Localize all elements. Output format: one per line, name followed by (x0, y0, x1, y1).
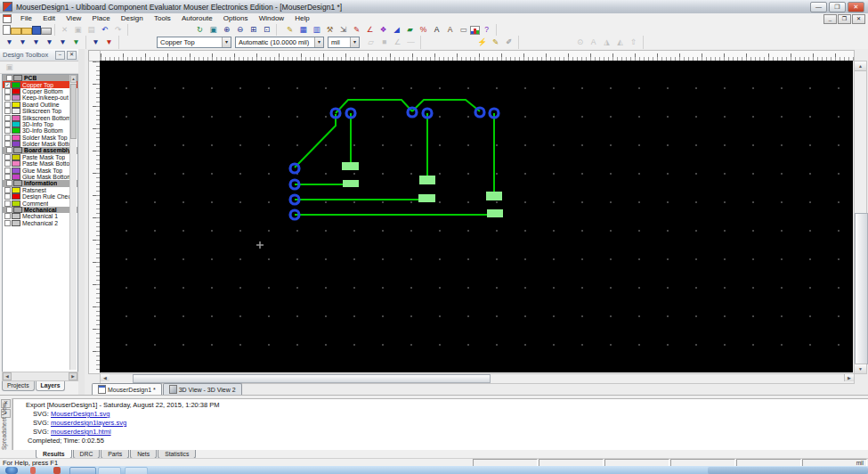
chevron-down-icon[interactable]: ▾ (314, 37, 323, 47)
layer-checkbox[interactable] (4, 220, 11, 226)
lock-icon[interactable]: ⇧ (628, 37, 639, 47)
unit-select[interactable]: mil ▾ (328, 37, 360, 48)
panel-close-button[interactable]: ✕ (67, 51, 77, 60)
linestyle-dropdown-icon[interactable]: — (405, 37, 417, 47)
layer-checkbox[interactable] (4, 121, 11, 127)
taskbar-icon[interactable] (53, 467, 61, 474)
layer-row[interactable]: PCB (3, 75, 77, 81)
layer-row[interactable]: Copper Bottom (3, 88, 77, 94)
layer-row[interactable]: Paste Mask Bottom (3, 160, 77, 167)
wizard-icon[interactable]: ✎ (284, 25, 296, 35)
layer-checkbox[interactable] (4, 94, 11, 101)
scroll-down-icon[interactable]: ▼ (855, 364, 866, 373)
menu-window[interactable]: Window (255, 14, 288, 22)
panel-minimize-button[interactable]: − (55, 51, 65, 60)
layer-row[interactable]: Board assembly (3, 147, 77, 153)
net-shield-icon[interactable]: ✐ (503, 37, 515, 47)
document-icon[interactable] (3, 14, 12, 23)
cut-icon[interactable]: ✕ (59, 25, 70, 35)
layer-row[interactable]: Solder Mask Top (3, 135, 77, 141)
open-project-icon[interactable] (21, 28, 32, 35)
layer-checkbox[interactable] (4, 154, 11, 160)
paste-icon[interactable]: ▤ (85, 25, 97, 35)
menu-place[interactable]: Place (88, 14, 115, 22)
help-icon[interactable]: ? (481, 25, 492, 35)
menu-help[interactable]: Help (290, 14, 313, 22)
filter-attributes-icon[interactable]: ▼ (90, 37, 101, 47)
percent-tool-icon[interactable]: % (418, 25, 429, 35)
layer-settings-icon[interactable]: ▣ (4, 62, 15, 72)
layer-checkbox[interactable] (4, 135, 11, 141)
layer-checkbox[interactable] (4, 127, 11, 134)
rotate-ccw-icon[interactable]: ◭ (614, 37, 626, 47)
layer-checkbox[interactable] (4, 200, 11, 207)
filter-pads-icon[interactable]: ▼ (44, 37, 55, 47)
taskbar-item[interactable] (125, 467, 148, 474)
undo-icon[interactable]: ↶ (99, 25, 110, 35)
refresh-icon[interactable]: ↻ (194, 25, 206, 35)
zoom-full-icon[interactable]: ⊡ (261, 25, 272, 35)
attribute-tool-icon[interactable]: A (444, 25, 456, 35)
tab-mouserdesign1[interactable]: MouserDesign1 * (92, 383, 162, 395)
net-highlight-icon[interactable]: ⚡ (476, 37, 488, 47)
pcb-canvas[interactable] (100, 61, 853, 372)
zoom-window-icon[interactable]: ⊞ (247, 25, 259, 35)
scroll-up-icon[interactable]: ▲ (855, 61, 866, 71)
layer-row[interactable]: 3D-Info Bottom (3, 127, 77, 134)
html-export-link[interactable]: mouserdesign1.html (51, 428, 111, 436)
tab-3d-view[interactable]: 3D View - 3D View 2 (163, 383, 242, 395)
restore-button[interactable]: ❐ (829, 2, 846, 12)
rectangle-tool-icon[interactable]: ▭ (458, 25, 469, 35)
taskbar-icon[interactable] (30, 467, 36, 474)
scroll-right-icon[interactable]: ▶ (69, 372, 77, 380)
menu-view[interactable]: View (61, 14, 85, 22)
layer-checkbox[interactable] (4, 115, 11, 121)
scrollbar-thumb[interactable] (133, 374, 491, 383)
text-tool-icon[interactable]: A (431, 25, 442, 35)
layer-row[interactable]: 3D-Info Top (3, 121, 77, 127)
layer-row[interactable]: Glue Mask Bottom (3, 174, 77, 180)
tree-scrollbar[interactable]: ▲ (69, 75, 77, 370)
zoom-out-icon[interactable]: ⊖ (234, 25, 246, 35)
layer-row[interactable]: Ratsnest (3, 187, 77, 193)
layer-checkbox[interactable] (4, 213, 11, 219)
rotate-cw-icon[interactable]: ◮ (601, 37, 612, 47)
chevron-down-icon[interactable]: ▾ (222, 37, 231, 47)
menu-design[interactable]: Design (117, 14, 148, 22)
svg-layers-export-link[interactable]: mouserdesign1layers.svg (51, 419, 126, 427)
spreadsheet-view-icon[interactable]: ▦ (297, 25, 309, 35)
redo-icon[interactable]: ↷ (112, 25, 124, 35)
mdi-restore-button[interactable]: ❐ (838, 14, 851, 24)
tab-projects[interactable]: Projects (2, 381, 35, 391)
layer-checkbox[interactable] (4, 174, 11, 180)
layer-row[interactable]: Board Outline (3, 102, 77, 108)
menu-autoroute[interactable]: Autoroute (177, 14, 217, 22)
copper-icon[interactable]: ⚒ (324, 25, 336, 35)
dimension-icon[interactable]: ∠ (364, 25, 376, 35)
menu-options[interactable]: Options (219, 14, 253, 22)
polygon-tool-icon[interactable]: ▰ (404, 25, 416, 35)
layer-checkbox[interactable] (4, 141, 11, 147)
scroll-left-icon[interactable]: ◀ (3, 372, 12, 380)
net-edit-icon[interactable]: ✎ (490, 37, 501, 47)
find-icon[interactable]: ⊙ (574, 37, 586, 47)
zoom-in-icon[interactable]: ⊕ (221, 25, 232, 35)
print-icon[interactable] (41, 28, 52, 35)
layer-checkbox[interactable] (4, 102, 11, 108)
menu-file[interactable]: File (16, 14, 37, 22)
text-size-icon[interactable]: A (588, 37, 599, 47)
tab-layers[interactable]: Layers (36, 381, 66, 391)
full-screen-icon[interactable]: ▣ (207, 25, 219, 35)
layer-checkbox[interactable] (4, 160, 11, 167)
layer-row[interactable]: Information (3, 180, 77, 186)
layer-row[interactable]: Keep-in/keep-out (3, 94, 77, 101)
layer-row[interactable]: Silkscreen Bottom (3, 114, 77, 120)
svg-export-link[interactable]: MouserDesign1.svg (51, 410, 110, 418)
scroll-up-icon[interactable]: ▲ (70, 75, 77, 83)
scroll-right-icon[interactable]: ▶ (844, 374, 854, 381)
close-button[interactable]: ✕ (848, 2, 864, 12)
filter-copper-icon[interactable]: ▼ (70, 37, 82, 47)
layer-row[interactable]: Glue Mask Top (3, 167, 77, 173)
tree-horizontal-scrollbar[interactable]: ◀ ▶ (2, 372, 78, 381)
layer-row[interactable]: Paste Mask Top (3, 154, 77, 160)
